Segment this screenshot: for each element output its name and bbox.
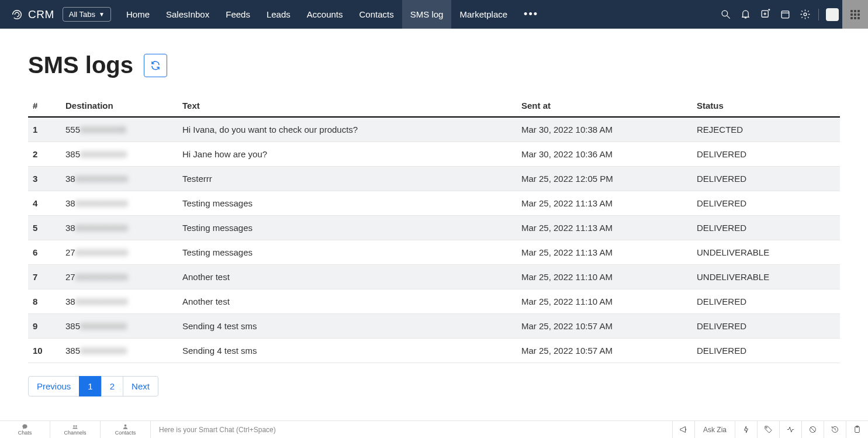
refresh-icon <box>150 60 161 71</box>
nav-more-icon[interactable]: ••• <box>516 0 547 29</box>
row-sent-at: Mar 30, 2022 10:36 AM <box>517 142 692 167</box>
row-sent-at: Mar 25, 2022 11:13 AM <box>517 191 692 216</box>
row-index: 5 <box>28 216 61 240</box>
bottom-tab-contacts[interactable]: Contacts <box>101 421 151 439</box>
row-index: 4 <box>28 191 61 216</box>
row-status: DELIVERED <box>692 289 840 314</box>
megaphone-icon[interactable] <box>672 421 694 439</box>
row-text: Sending 4 test sms <box>178 314 517 339</box>
gear-icon[interactable] <box>795 0 815 29</box>
pagination-previous[interactable]: Previous <box>28 376 79 396</box>
nav-item-marketplace[interactable]: Marketplace <box>451 0 516 29</box>
row-sent-at: Mar 25, 2022 11:10 AM <box>517 289 692 314</box>
all-tabs-label: All Tabs <box>69 10 95 19</box>
top-nav: CRM All Tabs ▼ HomeSalesInboxFeedsLeadsA… <box>0 0 868 29</box>
bolt-icon[interactable] <box>735 421 757 439</box>
nav-right <box>715 0 868 29</box>
col-header-destination: Destination <box>61 95 178 117</box>
nav-item-leads[interactable]: Leads <box>258 0 299 29</box>
table-row[interactable]: 9385XXXXXXXXSending 4 test smsMar 25, 20… <box>28 314 840 339</box>
chevron-down-icon: ▼ <box>99 11 105 18</box>
brand[interactable]: CRM <box>11 8 54 21</box>
compose-icon[interactable] <box>755 0 775 29</box>
avatar[interactable] <box>826 8 839 21</box>
page-title: SMS logs <box>28 52 133 78</box>
pagination-page[interactable]: 2 <box>101 376 123 396</box>
row-destination: 27XXXXXXXXX <box>61 265 178 289</box>
col-header-status: Status <box>692 95 840 117</box>
row-text: Testing messages <box>178 216 517 240</box>
nav-item-feeds[interactable]: Feeds <box>217 0 258 29</box>
row-sent-at: Mar 25, 2022 11:13 AM <box>517 240 692 265</box>
col-header-index: # <box>28 95 61 117</box>
nav-item-accounts[interactable]: Accounts <box>299 0 351 29</box>
svg-point-14 <box>766 427 767 428</box>
row-sent-at: Mar 25, 2022 11:13 AM <box>517 216 692 240</box>
row-text: Testing messages <box>178 240 517 265</box>
tag-icon[interactable] <box>757 421 779 439</box>
row-index: 7 <box>28 265 61 289</box>
row-destination: 385XXXXXXXX <box>61 339 178 363</box>
row-status: DELIVERED <box>692 167 840 191</box>
apps-grid-icon[interactable] <box>842 0 868 29</box>
svg-line-16 <box>811 427 815 432</box>
nav-item-home[interactable]: Home <box>118 0 158 29</box>
row-status: UNDELIVERABLE <box>692 240 840 265</box>
table-row[interactable]: 838XXXXXXXXXAnother testMar 25, 2022 11:… <box>28 289 840 314</box>
sms-table: # Destination Text Sent at Status 1555XX… <box>28 95 840 363</box>
pagination-next[interactable]: Next <box>123 376 158 396</box>
table-row[interactable]: 627XXXXXXXXXTesting messagesMar 25, 2022… <box>28 240 840 265</box>
bottom-tab-label: Channels <box>64 430 86 436</box>
row-text: Another test <box>178 265 517 289</box>
bottom-tab-label: Contacts <box>115 430 136 436</box>
bottom-tab-label: Chats <box>18 430 32 436</box>
crm-logo-icon <box>11 8 23 21</box>
table-row[interactable]: 338XXXXXXXXXTesterrrMar 25, 2022 12:05 P… <box>28 167 840 191</box>
brand-text: CRM <box>28 8 54 21</box>
row-text: Sending 4 test sms <box>178 339 517 363</box>
row-destination: 38XXXXXXXXX <box>61 289 178 314</box>
row-index: 10 <box>28 339 61 363</box>
table-row[interactable]: 1555XXXXXXX5Hi Ivana, do you want to che… <box>28 117 840 142</box>
table-row[interactable]: 2385XXXXXXXXHi Jane how are you?Mar 30, … <box>28 142 840 167</box>
row-sent-at: Mar 30, 2022 10:38 AM <box>517 117 692 142</box>
bottom-tab-chats[interactable]: Chats <box>0 421 50 439</box>
pagination-page[interactable]: 1 <box>79 376 101 396</box>
bottom-bar-right: Ask Zia <box>672 421 868 439</box>
clipboard-icon[interactable] <box>846 421 868 439</box>
bell-icon[interactable] <box>735 0 755 29</box>
ask-zia-button[interactable]: Ask Zia <box>694 421 735 439</box>
row-destination: 38XXXXXXXXX <box>61 191 178 216</box>
calendar-icon[interactable] <box>775 0 795 29</box>
history-icon[interactable] <box>824 421 846 439</box>
bottom-bar: Chats Channels Contacts Here is your Sma… <box>0 420 868 438</box>
refresh-button[interactable] <box>144 54 167 77</box>
svg-point-10 <box>804 13 807 16</box>
search-icon[interactable] <box>715 0 735 29</box>
nav-divider <box>818 9 819 20</box>
do-not-disturb-icon[interactable] <box>801 421 824 439</box>
row-destination: 38XXXXXXXXX <box>61 167 178 191</box>
row-status: DELIVERED <box>692 339 840 363</box>
row-sent-at: Mar 25, 2022 10:57 AM <box>517 339 692 363</box>
row-status: DELIVERED <box>692 314 840 339</box>
table-row[interactable]: 727XXXXXXXXXAnother testMar 25, 2022 11:… <box>28 265 840 289</box>
smart-chat-hint[interactable]: Here is your Smart Chat (Ctrl+Space) <box>151 426 672 434</box>
bottom-tab-channels[interactable]: Channels <box>50 421 101 439</box>
nav-item-contacts[interactable]: Contacts <box>351 0 402 29</box>
nav-item-salesinbox[interactable]: SalesInbox <box>158 0 217 29</box>
table-row[interactable]: 10385XXXXXXXXSending 4 test smsMar 25, 2… <box>28 339 840 363</box>
row-destination: 385XXXXXXXX <box>61 142 178 167</box>
row-index: 1 <box>28 117 61 142</box>
ask-zia-label: Ask Zia <box>703 426 727 434</box>
nav-item-sms-log[interactable]: SMS log <box>402 0 452 29</box>
all-tabs-dropdown[interactable]: All Tabs ▼ <box>63 7 111 22</box>
svg-point-11 <box>73 425 75 427</box>
main-content: SMS logs # Destination Text Sent at Stat… <box>0 29 868 396</box>
pulse-icon[interactable] <box>779 421 801 439</box>
row-index: 8 <box>28 289 61 314</box>
svg-point-12 <box>75 425 77 427</box>
table-row[interactable]: 538XXXXXXXXXTesting messagesMar 25, 2022… <box>28 216 840 240</box>
row-text: Testing messages <box>178 191 517 216</box>
table-row[interactable]: 438XXXXXXXXXTesting messagesMar 25, 2022… <box>28 191 840 216</box>
